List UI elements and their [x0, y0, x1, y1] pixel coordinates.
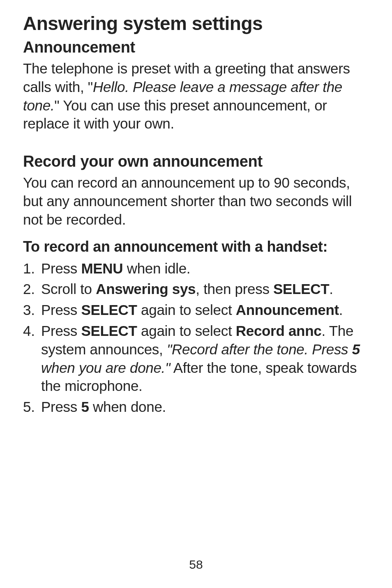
section-heading-announcement: Announcement: [23, 39, 372, 56]
step-number: 1.: [23, 260, 35, 278]
step-bold: SELECT: [273, 281, 329, 297]
record-paragraph: You can record an announcement up to 90 …: [23, 174, 372, 229]
step-number: 5.: [23, 398, 35, 416]
step-text: Press: [41, 399, 81, 415]
list-item: 5. Press 5 when done.: [23, 398, 372, 416]
page-title: Answering system settings: [23, 12, 372, 34]
step-text: , then press: [196, 281, 273, 297]
page-number: 58: [0, 558, 392, 572]
step-text: Press: [41, 260, 81, 276]
step-text: Scroll to: [41, 281, 96, 297]
list-item: 1. Press MENU when idle.: [23, 260, 372, 278]
step-bold-italic: 5: [352, 341, 360, 357]
step-bold: Answering sys: [96, 281, 196, 297]
step-bold: SELECT: [81, 323, 137, 339]
section-heading-record: Record your own announcement: [23, 153, 372, 170]
step-text: again to select: [137, 323, 236, 339]
step-bold: Record annc: [236, 323, 322, 339]
sub-heading-steps: To record an announcement with a handset…: [23, 238, 372, 255]
announcement-paragraph: The telephone is preset with a greeting …: [23, 60, 372, 133]
step-bold: MENU: [81, 260, 123, 276]
step-number: 3.: [23, 301, 35, 319]
para-suffix: " You can use this preset announcement, …: [23, 97, 327, 132]
list-item: 3. Press SELECT again to select Announce…: [23, 301, 372, 319]
step-text: .: [329, 281, 333, 297]
step-bold: Announcement: [236, 302, 339, 318]
step-italic: when you are done.": [41, 360, 170, 376]
step-text: when idle.: [123, 260, 190, 276]
step-text: again to select: [137, 302, 236, 318]
step-text: Press: [41, 302, 81, 318]
steps-list: 1. Press MENU when idle. 2. Scroll to An…: [23, 260, 372, 416]
step-bold: SELECT: [81, 302, 137, 318]
step-number: 4.: [23, 322, 35, 340]
step-italic: "Record after the tone. Press: [167, 341, 352, 357]
step-number: 2.: [23, 280, 35, 299]
list-item: 4. Press SELECT again to select Record a…: [23, 322, 372, 395]
list-item: 2. Scroll to Answering sys, then press S…: [23, 280, 372, 299]
step-text: when done.: [89, 399, 166, 415]
step-text: Press: [41, 323, 81, 339]
step-bold: 5: [81, 399, 89, 415]
step-text: .: [339, 302, 343, 318]
